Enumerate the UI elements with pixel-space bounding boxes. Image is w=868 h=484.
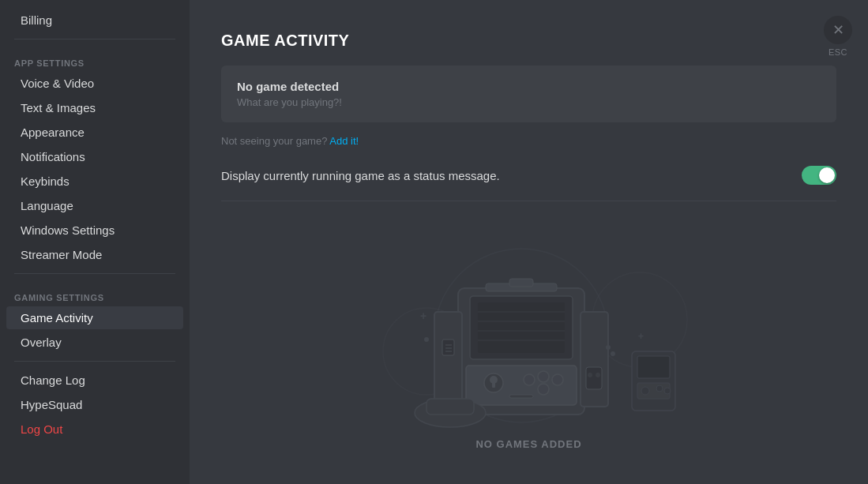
svg-text:+: +: [638, 331, 644, 342]
svg-rect-5: [478, 302, 565, 353]
sidebar-item-label: Windows Settings: [21, 223, 115, 237]
sidebar-item-log-out[interactable]: Log Out: [6, 418, 183, 441]
sidebar-divider-gaming: [14, 273, 175, 274]
sidebar-item-streamer-mode[interactable]: Streamer Mode: [6, 243, 183, 266]
sidebar-item-label: Overlay: [21, 336, 62, 349]
sidebar-item-label: Appearance: [21, 126, 85, 139]
svg-rect-18: [509, 395, 533, 398]
sidebar-item-voice-video[interactable]: Voice & Video: [6, 72, 183, 95]
svg-point-15: [538, 371, 549, 382]
page-title: GAME ACTIVITY: [221, 32, 836, 50]
sidebar-item-label: Log Out: [21, 422, 62, 436]
svg-point-31: [611, 351, 615, 356]
sidebar-item-label: Streamer Mode: [21, 248, 102, 261]
display-toggle-row: Display currently running game as a stat…: [221, 166, 836, 201]
sidebar-item-keybinds[interactable]: Keybinds: [6, 170, 183, 193]
sidebar-divider-app: [14, 39, 175, 39]
svg-point-32: [424, 337, 429, 342]
sidebar-item-label: Keybinds: [21, 174, 70, 188]
no-game-subtitle: What are you playing?!: [237, 96, 821, 108]
sidebar: Billing APP SETTINGS Voice & Video Text …: [0, 0, 190, 484]
toggle-knob: [819, 167, 835, 183]
svg-rect-20: [442, 340, 454, 355]
sidebar-item-language[interactable]: Language: [6, 194, 183, 217]
sidebar-divider-bottom: [14, 361, 175, 362]
illustration-area: + + NO GAMES ADDED: [221, 217, 836, 450]
sidebar-item-change-log[interactable]: Change Log: [6, 369, 183, 392]
toggle-label: Display currently running game as a stat…: [221, 169, 500, 182]
no-game-title: No game detected: [237, 80, 821, 93]
svg-point-41: [656, 385, 663, 392]
no-games-label: NO GAMES ADDED: [475, 438, 581, 450]
display-toggle[interactable]: [802, 166, 836, 185]
sidebar-item-game-activity[interactable]: Game Activity: [6, 306, 183, 329]
sidebar-item-label: HypeSquad: [21, 398, 82, 411]
svg-rect-25: [586, 367, 602, 389]
svg-rect-24: [581, 312, 608, 407]
app-settings-label: APP SETTINGS: [0, 46, 190, 71]
sidebar-item-billing[interactable]: Billing: [6, 9, 183, 32]
sidebar-item-hypesquad[interactable]: HypeSquad: [6, 393, 183, 416]
sidebar-item-notifications[interactable]: Notifications: [6, 145, 183, 168]
arcade-illustration: + +: [363, 225, 695, 430]
sidebar-item-label: Game Activity: [21, 311, 93, 325]
no-game-card: No game detected What are you playing?!: [221, 66, 836, 122]
close-icon: ✕: [832, 21, 844, 39]
svg-point-42: [664, 388, 671, 394]
esc-label: ESC: [829, 47, 847, 57]
svg-point-26: [588, 373, 592, 377]
svg-rect-29: [426, 399, 474, 415]
svg-text:+: +: [420, 310, 426, 322]
sidebar-item-label: Language: [21, 199, 73, 212]
main-content: GAME ACTIVITY No game detected What are …: [190, 0, 868, 484]
svg-point-17: [538, 384, 549, 395]
gaming-settings-label: GAMING SETTINGS: [0, 280, 190, 306]
sidebar-item-overlay[interactable]: Overlay: [6, 331, 183, 354]
svg-point-14: [524, 374, 535, 385]
svg-rect-38: [637, 356, 670, 378]
sidebar-item-label: Billing: [21, 13, 52, 27]
sidebar-item-label: Change Log: [21, 373, 85, 387]
close-button[interactable]: ✕: [824, 16, 852, 44]
add-it-link[interactable]: Add it!: [329, 135, 359, 147]
svg-point-40: [641, 387, 649, 395]
svg-rect-34: [509, 279, 533, 287]
svg-point-16: [552, 374, 563, 385]
sidebar-item-appearance[interactable]: Appearance: [6, 121, 183, 144]
sidebar-item-label: Voice & Video: [21, 77, 94, 90]
svg-point-27: [596, 373, 600, 377]
sidebar-item-text-images[interactable]: Text & Images: [6, 96, 183, 119]
not-seeing-text: Not seeing your game? Add it!: [221, 135, 836, 147]
svg-rect-19: [434, 312, 462, 407]
sidebar-item-label: Notifications: [21, 150, 85, 163]
svg-point-30: [606, 345, 611, 350]
svg-rect-13: [492, 380, 495, 388]
sidebar-item-windows-settings[interactable]: Windows Settings: [6, 219, 183, 242]
sidebar-item-label: Text & Images: [21, 101, 96, 114]
